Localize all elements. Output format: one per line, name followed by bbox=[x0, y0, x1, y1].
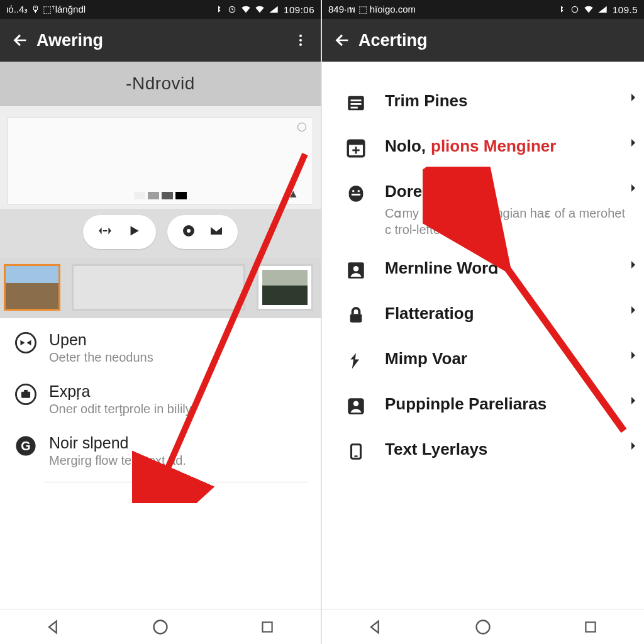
svg-rect-16 bbox=[351, 99, 362, 101]
chevron-right-icon bbox=[628, 92, 639, 103]
svg-rect-8 bbox=[21, 392, 30, 398]
status-bar: 849·ıพ ⬚ hïoigo.com 109.5 bbox=[322, 0, 644, 19]
svg-point-28 bbox=[353, 401, 359, 407]
bolt-icon bbox=[343, 348, 369, 374]
signal-icon bbox=[597, 4, 608, 14]
item-puppinple[interactable]: Puppinple Pareliaras bbox=[322, 384, 644, 429]
nav-home-button[interactable] bbox=[135, 614, 186, 640]
svg-rect-20 bbox=[348, 140, 364, 145]
chevron-right-icon bbox=[628, 304, 639, 316]
nav-recent-button[interactable] bbox=[565, 614, 616, 640]
item-subtitle: Cɑmy life mil chagengian haɛ of a merohe… bbox=[385, 205, 633, 238]
lock-icon bbox=[343, 303, 369, 328]
shuffle-icon bbox=[14, 331, 38, 355]
item-label: Dore ender bbox=[385, 182, 471, 201]
status-bar: ιό..4₃ 🎙 ⬚ꜛlánğndl 109:06 bbox=[0, 0, 321, 19]
option-title: Expŗa bbox=[49, 382, 192, 401]
back-button[interactable] bbox=[8, 31, 33, 49]
signal-icon bbox=[269, 4, 279, 14]
bt-icon bbox=[556, 4, 566, 14]
canvas-sheet[interactable]: ▲ bbox=[8, 117, 313, 205]
option-upen[interactable]: Upen Oeter the neoduns bbox=[0, 322, 321, 374]
back-button[interactable] bbox=[330, 31, 355, 49]
svg-point-2 bbox=[299, 39, 302, 42]
color-swatches[interactable] bbox=[134, 192, 187, 199]
favorite-icon[interactable] bbox=[297, 123, 306, 131]
svg-point-22 bbox=[352, 190, 354, 192]
settings-gear-icon[interactable] bbox=[181, 223, 196, 241]
svg-rect-13 bbox=[262, 622, 272, 631]
clock-icon bbox=[227, 4, 237, 14]
playback-controls bbox=[0, 209, 321, 258]
app-bar: Acerting bbox=[322, 19, 644, 62]
pill-left bbox=[83, 215, 156, 249]
item-mernline[interactable]: Mernline Worɑ bbox=[322, 248, 644, 293]
option-list: Upen Oeter the neoduns Expŗa Oner odit t… bbox=[0, 318, 321, 609]
nav-home-button[interactable] bbox=[458, 614, 508, 640]
item-nolo[interactable]: Nolo,plions Menginer bbox=[322, 126, 644, 171]
clock-icon bbox=[570, 4, 580, 14]
svg-point-14 bbox=[572, 6, 577, 12]
svg-text:G: G bbox=[21, 439, 30, 453]
chevron-right-icon bbox=[628, 440, 639, 452]
option-title: Noir slpend bbox=[49, 434, 186, 452]
editor-canvas[interactable]: ▲ bbox=[0, 106, 321, 318]
svg-point-31 bbox=[476, 620, 489, 633]
svg-point-3 bbox=[299, 43, 302, 46]
overflow-menu-button[interactable] bbox=[288, 33, 313, 48]
warning-icon: ▲ bbox=[287, 187, 299, 201]
option-noir[interactable]: G Noir slpend Mergirg flow text text ad. bbox=[0, 425, 321, 477]
svg-rect-17 bbox=[351, 103, 362, 105]
svg-point-12 bbox=[154, 620, 167, 633]
phone-left: ιό..4₃ 🎙 ⬚ꜛlánğndl 109:06 Awering -Ndrov… bbox=[0, 0, 322, 644]
nav-bar bbox=[0, 609, 321, 644]
item-label: Trim Pines bbox=[385, 91, 468, 110]
item-flatter[interactable]: Flatteratiog bbox=[322, 293, 644, 338]
item-highlight: plions Menginer bbox=[431, 136, 556, 155]
camera-icon bbox=[14, 382, 38, 406]
item-label: Text Lyerlays bbox=[385, 440, 487, 458]
chevron-right-icon bbox=[628, 395, 639, 406]
clip-empty-slot[interactable] bbox=[72, 264, 245, 311]
svg-rect-18 bbox=[351, 107, 358, 109]
svg-rect-30 bbox=[355, 455, 358, 457]
svg-rect-26 bbox=[350, 314, 362, 322]
chevron-right-icon bbox=[628, 182, 639, 194]
nav-recent-button[interactable] bbox=[242, 614, 292, 640]
option-expra[interactable]: Expŗa Oner odit terţprole in bilily bbox=[0, 374, 321, 425]
item-label: Mimp Voar bbox=[385, 349, 467, 368]
item-label: Nolo, bbox=[385, 136, 426, 155]
item-label: Mernline Worɑ bbox=[385, 258, 499, 277]
appbar-title: Acerting bbox=[358, 31, 428, 50]
item-label: Flatteratiog bbox=[385, 304, 474, 323]
chevron-right-icon bbox=[628, 137, 639, 148]
nav-back-button[interactable] bbox=[28, 614, 79, 640]
person-card-icon bbox=[343, 394, 369, 419]
svg-rect-9 bbox=[24, 390, 28, 392]
svg-point-23 bbox=[358, 190, 360, 192]
mail-icon[interactable] bbox=[209, 223, 224, 241]
item-trim-pines[interactable]: Trim Pines bbox=[322, 80, 644, 126]
pill-right bbox=[167, 215, 238, 249]
svg-rect-21 bbox=[352, 194, 360, 196]
play-icon[interactable] bbox=[126, 223, 142, 242]
clock-text: 109:06 bbox=[284, 4, 314, 15]
option-title: Upen bbox=[49, 331, 153, 349]
item-mimp[interactable]: Mimp Voar bbox=[322, 338, 644, 384]
clock-text: 109.5 bbox=[613, 4, 638, 15]
svg-point-25 bbox=[353, 266, 359, 272]
clip-thumb-2[interactable] bbox=[257, 264, 313, 311]
nav-back-button[interactable] bbox=[350, 614, 401, 640]
item-dore[interactable]: Dore ender Cɑmy life mil chagengian haɛ … bbox=[322, 171, 644, 248]
item-text-overlays[interactable]: Text Lyerlays bbox=[322, 429, 644, 474]
option-subtitle: Oner odit terţprole in bilily bbox=[49, 402, 192, 416]
chevron-right-icon bbox=[628, 350, 639, 361]
svg-point-6 bbox=[16, 333, 35, 352]
wifi-icon bbox=[584, 4, 594, 14]
expand-icon[interactable] bbox=[97, 223, 113, 242]
item-label: Puppinple Pareliaras bbox=[385, 394, 547, 413]
option-subtitle: Oeter the neoduns bbox=[49, 350, 153, 365]
timeline-strip[interactable] bbox=[0, 258, 321, 318]
clip-thumb-1[interactable] bbox=[4, 264, 60, 311]
status-left: 849·ıพ ⬚ hïoigo.com bbox=[328, 2, 416, 17]
